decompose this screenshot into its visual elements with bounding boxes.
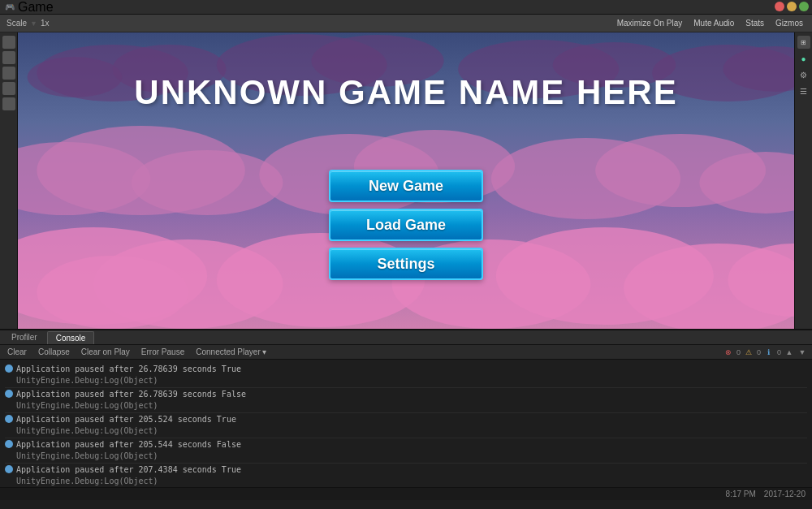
console-output: Application paused after 26.78639 second… [0,360,812,487]
load-game-button[interactable]: Load Game [329,209,483,241]
log-icon [5,465,13,473]
log-entry-3: Application paused after 205.544 seconds… [5,438,807,464]
window-controls [775,2,809,11]
console-info-count: 0 [777,348,781,356]
mute-audio-btn[interactable]: Mute Audio [691,18,736,28]
log-entry-1: Application paused after 26.78639 second… [5,388,807,413]
tool-rect[interactable] [2,97,15,110]
status-time: 8:17 PM [726,490,756,498]
console-warn-count: 0 [757,348,761,356]
tool-move[interactable] [2,51,15,64]
console-collapse-btn[interactable]: Collapse [36,347,72,356]
status-bar: 8:17 PM 2017-12-20 [0,487,812,500]
menu-buttons: New Game Load Game Settings [329,170,483,280]
log-text: Application paused after 26.78639 second… [16,364,241,386]
tab-console[interactable]: Console [47,331,95,344]
log-entry-0: Application paused after 26.78639 second… [5,363,807,388]
console-right-icons: ⊗ 0 ⚠ 0 ℹ 0 ▲ ▼ [723,347,807,357]
game-viewport: UNKNOWN GAME NAME HERE New Game Load Gam… [18,32,794,329]
gizmos-btn[interactable]: Gizmos [773,18,806,28]
right-icon-4[interactable]: ☰ [797,84,810,97]
right-icon-1[interactable]: ⊞ [797,36,810,49]
maximize-on-play-btn[interactable]: Maximize On Play [615,18,685,28]
right-icon-3[interactable]: ⚙ [797,68,810,81]
console-scroll-up[interactable]: ▲ [784,347,794,357]
log-icon [5,440,13,448]
game-title: UNKNOWN GAME NAME HERE [18,73,794,112]
stats-btn[interactable]: Stats [743,18,767,28]
toolbar-scale: Scale ▼ 1x [6,19,607,28]
scale-label: Scale [6,19,27,28]
log-icon [5,364,13,373]
tool-rotate[interactable] [2,67,15,80]
log-text: Application paused after 207.4384 second… [16,464,241,487]
svg-point-11 [132,150,283,215]
right-icon-2[interactable]: ● [797,52,810,65]
new-game-button[interactable]: New Game [329,170,483,202]
console-error-icon: ⊗ [723,347,733,357]
minimize-button[interactable] [787,2,797,11]
close-button[interactable] [775,2,784,11]
log-icon [5,390,13,398]
console-info-icon: ℹ [764,347,774,357]
tab-profiler[interactable]: Profiler [3,331,45,343]
bottom-panel: Profiler Console Clear Collapse Clear on… [0,329,812,487]
console-error-pause-btn[interactable]: Error Pause [139,347,187,356]
tool-scale[interactable] [2,82,15,95]
console-warn-icon: ⚠ [744,347,754,357]
log-icon [5,415,13,423]
console-clear-on-play-btn[interactable]: Clear on Play [79,347,132,356]
log-entry-4: Application paused after 207.4384 second… [5,464,807,487]
log-entry-2: Application paused after 205.524 seconds… [5,413,807,438]
console-toolbar: Clear Collapse Clear on Play Error Pause… [0,345,812,360]
main-area: UNKNOWN GAME NAME HERE New Game Load Gam… [0,32,812,329]
settings-button[interactable]: Settings [329,248,483,280]
title-text: Game [18,0,54,15]
right-sidebar: ⊞ ● ⚙ ☰ [794,32,812,329]
toolbar: Scale ▼ 1x Maximize On Play Mute Audio S… [0,15,812,32]
console-clear-btn[interactable]: Clear [5,347,29,356]
log-text: Application paused after 26.78639 second… [16,389,246,412]
console-error-count: 0 [736,348,741,356]
bottom-tabs: Profiler Console [0,330,812,345]
console-scroll-down[interactable]: ▼ [797,347,807,357]
log-text: Application paused after 205.524 seconds… [16,414,236,437]
tool-hand[interactable] [2,36,15,49]
maximize-button[interactable] [799,2,809,11]
left-sidebar [0,32,18,329]
app-icon: 🎮 [5,2,15,11]
status-date: 2017-12-20 [764,490,806,498]
svg-point-19 [37,256,188,329]
toolbar-right: Maximize On Play Mute Audio Stats Gizmos [615,18,806,28]
title-bar: 🎮 Game [0,0,812,15]
scale-value: 1x [41,19,50,28]
console-connected-player-btn[interactable]: Connected Player ▾ [193,347,269,356]
log-text: Application paused after 205.544 seconds… [16,439,241,462]
